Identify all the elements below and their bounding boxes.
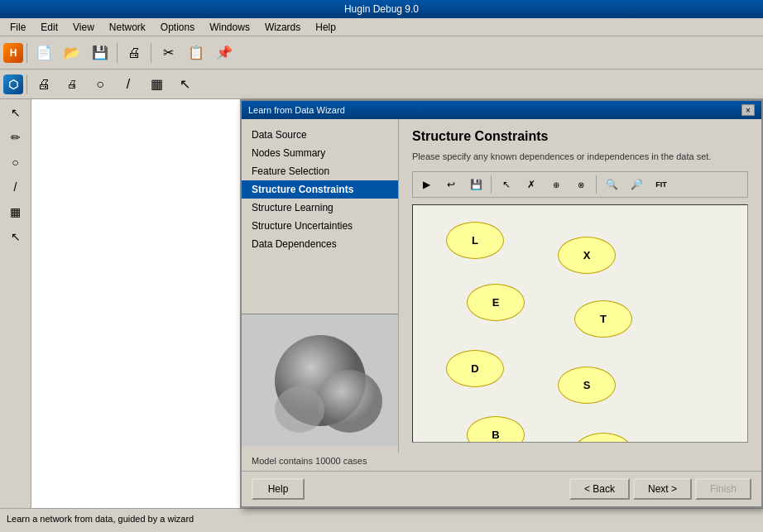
- tool-grid[interactable]: ▦: [3, 200, 28, 223]
- content-area: ↖ ✏ ○ / ▦ ↖ Learn from Data Wizard × Dat…: [0, 99, 763, 508]
- node-x[interactable]: X: [558, 237, 616, 274]
- wizard-content: Structure Constraints Please specify any…: [399, 119, 761, 453]
- finish-button[interactable]: Finish: [695, 478, 751, 500]
- menu-help[interactable]: Help: [309, 20, 343, 35]
- app-icon: H: [3, 43, 23, 63]
- main-canvas: [31, 99, 240, 508]
- tool-select[interactable]: ↖: [3, 101, 28, 124]
- save-button[interactable]: 💾: [87, 41, 113, 65]
- node-a[interactable]: A: [574, 433, 632, 443]
- title-bar: Hugin Debug 9.0: [0, 0, 763, 18]
- sep-s1: [26, 74, 27, 94]
- graph-tb-zoomout[interactable]: 🔎: [625, 174, 648, 195]
- menu-network[interactable]: Network: [103, 20, 152, 35]
- net-icon: ⬡: [3, 74, 23, 94]
- wizard-dialog: Learn from Data Wizard × Data Source Nod…: [240, 99, 763, 508]
- app-title: Hugin Debug 9.0: [344, 3, 419, 15]
- print-button[interactable]: 🖨: [121, 41, 147, 65]
- wizard-title-bar: Learn from Data Wizard ×: [242, 101, 761, 119]
- menu-file[interactable]: File: [3, 20, 32, 35]
- graph-canvas: LXETDSBA: [412, 204, 748, 443]
- tb-table[interactable]: ▦: [143, 72, 170, 97]
- svg-point-3: [275, 386, 324, 433]
- status-bar: Learn a network from data, guided by a w…: [0, 508, 763, 529]
- menu-windows[interactable]: Windows: [203, 20, 257, 35]
- new-button[interactable]: 📄: [31, 41, 57, 65]
- tb-cursor[interactable]: ↖: [171, 72, 198, 97]
- wizard-close-button[interactable]: ×: [741, 104, 755, 116]
- menu-bar: File Edit View Network Options Windows W…: [0, 18, 763, 36]
- tb-line[interactable]: /: [115, 72, 142, 97]
- wizard-button-row: Help < Back Next > Finish: [242, 471, 761, 506]
- left-tools: ↖ ✏ ○ / ▦ ↖: [0, 99, 31, 508]
- nav-data-dependences[interactable]: Data Dependences: [242, 235, 398, 253]
- graph-tb-req[interactable]: ⊕: [545, 174, 568, 195]
- tb-circle[interactable]: ○: [87, 72, 113, 97]
- back-button[interactable]: < Back: [569, 478, 630, 500]
- node-l[interactable]: L: [446, 222, 504, 259]
- wizard-dialog-title: Learn from Data Wizard: [248, 105, 345, 115]
- node-s[interactable]: S: [558, 367, 616, 404]
- tb-print3[interactable]: 🖨: [59, 72, 85, 97]
- graph-sep-2: [596, 175, 597, 194]
- menu-view[interactable]: View: [66, 20, 101, 35]
- next-button[interactable]: Next >: [633, 478, 692, 500]
- wizard-content-desc: Please specify any known dependences or …: [412, 151, 748, 163]
- node-e[interactable]: E: [467, 284, 525, 321]
- open-button[interactable]: 📂: [59, 41, 85, 65]
- wizard-nav: Data Source Nodes Summary Feature Select…: [242, 119, 399, 453]
- wizard-image-svg: [242, 314, 398, 446]
- nav-nodes-summary[interactable]: Nodes Summary: [242, 144, 398, 162]
- graph-tb-forbid[interactable]: ✗: [520, 174, 543, 195]
- left-panel: ↖ ✏ ○ / ▦ ↖: [0, 99, 240, 508]
- graph-toolbar: ▶ ↩ 💾 ↖ ✗ ⊕ ⊗ 🔍 🔎 FIT: [412, 171, 748, 198]
- node-t[interactable]: T: [574, 300, 632, 338]
- nav-structure-uncertainties[interactable]: Structure Uncertainties: [242, 217, 398, 235]
- help-button[interactable]: Help: [252, 478, 305, 500]
- wizard-content-title: Structure Constraints: [412, 129, 748, 144]
- wizard-body: Data Source Nodes Summary Feature Select…: [242, 119, 761, 453]
- toolbar-sep-3: [151, 43, 151, 63]
- graph-tb-zoomin[interactable]: 🔍: [600, 174, 623, 195]
- nav-structure-learning[interactable]: Structure Learning: [242, 199, 398, 217]
- tool-line[interactable]: /: [3, 175, 28, 199]
- main-toolbar: H 📄 📂 💾 🖨 ✂ 📋 📌: [0, 36, 763, 69]
- paste-button[interactable]: 📌: [211, 41, 238, 65]
- copy-button[interactable]: 📋: [183, 41, 209, 65]
- second-toolbar: ⬡ 🖨 🖨 ○ / ▦ ↖: [0, 69, 763, 99]
- wizard-bottom: Model contains 10000 cases: [242, 453, 761, 471]
- graph-tb-cursor[interactable]: ↖: [495, 174, 518, 195]
- nav-structure-constraints[interactable]: Structure Constraints: [242, 180, 398, 199]
- toolbar-sep-1: [26, 43, 27, 63]
- tool-circle[interactable]: ○: [3, 151, 28, 174]
- tool-edit[interactable]: ✏: [3, 126, 28, 149]
- status-text: Learn a network from data, guided by a w…: [7, 514, 194, 524]
- model-info: Model contains 10000 cases: [252, 456, 367, 466]
- graph-tb-fit[interactable]: FIT: [650, 174, 673, 195]
- graph-sep-1: [491, 175, 492, 194]
- tool-arrow[interactable]: ↖: [3, 225, 28, 248]
- graph-tb-select[interactable]: ▶: [415, 174, 438, 195]
- menu-wizards[interactable]: Wizards: [258, 20, 307, 35]
- graph-tb-indep[interactable]: ⊗: [569, 174, 593, 195]
- node-d[interactable]: D: [446, 350, 504, 387]
- graph-tb-back[interactable]: ↩: [439, 174, 463, 195]
- cut-button[interactable]: ✂: [155, 41, 181, 65]
- nav-feature-selection[interactable]: Feature Selection: [242, 162, 398, 180]
- canvas-area: ↖ ✏ ○ / ▦ ↖: [0, 99, 240, 508]
- svg-point-2: [316, 370, 382, 433]
- nav-data-source[interactable]: Data Source: [242, 126, 398, 144]
- node-b[interactable]: B: [467, 416, 525, 443]
- toolbar-sep-2: [117, 43, 118, 63]
- tb-print2[interactable]: 🖨: [31, 72, 57, 97]
- menu-edit[interactable]: Edit: [34, 20, 65, 35]
- menu-options[interactable]: Options: [154, 20, 201, 35]
- graph-tb-save[interactable]: 💾: [464, 174, 487, 195]
